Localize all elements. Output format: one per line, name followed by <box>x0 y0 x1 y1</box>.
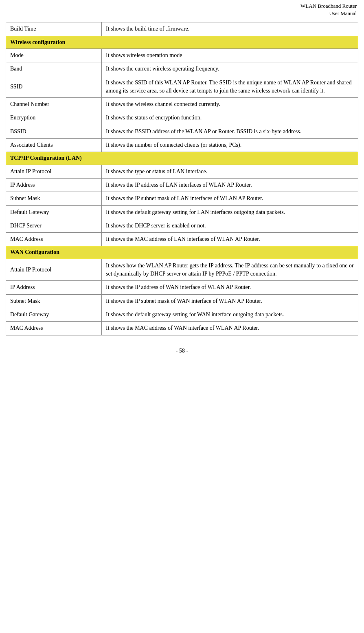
header-line2: User Manual <box>329 10 357 16</box>
row-label: Channel Number <box>6 98 102 111</box>
row-desc: It shows the MAC address of WAN interfac… <box>102 322 358 335</box>
table-row: Subnet MaskIt shows the IP subnet mask o… <box>6 192 358 205</box>
row-desc: It shows the number of connected clients… <box>102 139 358 152</box>
table-row: IP AddressIt shows the IP address of WAN… <box>6 281 358 294</box>
row-label: Subnet Mask <box>6 192 102 205</box>
row-label: Subnet Mask <box>6 294 102 308</box>
row-label: MAC Address <box>6 322 102 335</box>
table-row: SSIDIt shows the SSID of this WLAN AP Ro… <box>6 76 358 98</box>
row-label: DHCP Server <box>6 219 102 232</box>
page-header: WLAN Broadband Router User Manual <box>0 0 364 18</box>
row-desc: It shows the status of encryption functi… <box>102 111 358 125</box>
row-desc: It shows the wireless channel connected … <box>102 98 358 111</box>
row-label: Default Gateway <box>6 205 102 219</box>
table-row: BandIt shows the current wireless operat… <box>6 62 358 76</box>
row-desc: It shows the default gateway setting for… <box>102 308 358 321</box>
table-row: DHCP ServerIt shows the DHCP server is e… <box>6 219 358 232</box>
table-row: Default GatewayIt shows the default gate… <box>6 308 358 321</box>
row-label: Mode <box>6 49 102 62</box>
table-row: EncryptionIt shows the status of encrypt… <box>6 111 358 125</box>
section-header-row: TCP/IP Configuration (LAN) <box>6 152 358 165</box>
row-label: Build Time <box>6 22 102 36</box>
section-label: TCP/IP Configuration (LAN) <box>6 152 358 165</box>
row-label: Default Gateway <box>6 308 102 321</box>
section-header-row: Wireless configuration <box>6 36 358 49</box>
row-desc: It shows the BSSID address of the WLAN A… <box>102 125 358 138</box>
table-row: Attain IP ProtocolIt shows how the WLAN … <box>6 259 358 281</box>
row-desc: It shows the SSID of this WLAN AP Router… <box>102 76 358 98</box>
row-desc: It shows how the WLAN AP Router gets the… <box>102 259 358 281</box>
row-desc: It shows wireless operation mode <box>102 49 358 62</box>
table-row: Channel NumberIt shows the wireless chan… <box>6 98 358 111</box>
table-row: Associated ClientsIt shows the number of… <box>6 139 358 152</box>
section-label: WAN Configuration <box>6 246 358 259</box>
row-desc: It shows the IP address of WAN interface… <box>102 281 358 294</box>
row-desc: It shows the IP subnet mask of WAN inter… <box>102 294 358 308</box>
table-row: ModeIt shows wireless operation mode <box>6 49 358 62</box>
table-row: Attain IP ProtocolIt shows the type or s… <box>6 165 358 178</box>
section-label: Wireless configuration <box>6 36 358 49</box>
row-label: Attain IP Protocol <box>6 165 102 178</box>
row-desc: It shows the IP address of LAN interface… <box>102 178 358 192</box>
table-row: Build TimeIt shows the build time of .fi… <box>6 22 358 36</box>
row-label: Associated Clients <box>6 139 102 152</box>
main-table: Build TimeIt shows the build time of .fi… <box>6 22 358 335</box>
row-label: Band <box>6 62 102 76</box>
row-desc: It shows the default gateway setting for… <box>102 205 358 219</box>
page-footer: - 58 - <box>0 348 364 358</box>
section-header-row: WAN Configuration <box>6 246 358 259</box>
row-desc: It shows the MAC address of LAN interfac… <box>102 233 358 246</box>
table-row: IP AddressIt shows the IP address of LAN… <box>6 178 358 192</box>
table-row: MAC AddressIt shows the MAC address of W… <box>6 322 358 335</box>
row-desc: It shows the IP subnet mask of LAN inter… <box>102 192 358 205</box>
main-content: Build TimeIt shows the build time of .fi… <box>0 18 364 335</box>
footer-text: - 58 - <box>176 348 188 354</box>
table-row: BSSIDIt shows the BSSID address of the W… <box>6 125 358 138</box>
row-desc: It shows the build time of .firmware. <box>102 22 358 36</box>
header-line1: WLAN Broadband Router <box>300 3 357 9</box>
row-desc: It shows the DHCP server is enabled or n… <box>102 219 358 232</box>
row-label: Encryption <box>6 111 102 125</box>
row-label: IP Address <box>6 281 102 294</box>
row-label: BSSID <box>6 125 102 138</box>
row-label: IP Address <box>6 178 102 192</box>
row-label: Attain IP Protocol <box>6 259 102 281</box>
row-label: MAC Address <box>6 233 102 246</box>
row-label: SSID <box>6 76 102 98</box>
table-row: Subnet MaskIt shows the IP subnet mask o… <box>6 294 358 308</box>
row-desc: It shows the current wireless operating … <box>102 62 358 76</box>
row-desc: It shows the type or status of LAN inter… <box>102 165 358 178</box>
table-row: MAC AddressIt shows the MAC address of L… <box>6 233 358 246</box>
table-row: Default GatewayIt shows the default gate… <box>6 205 358 219</box>
